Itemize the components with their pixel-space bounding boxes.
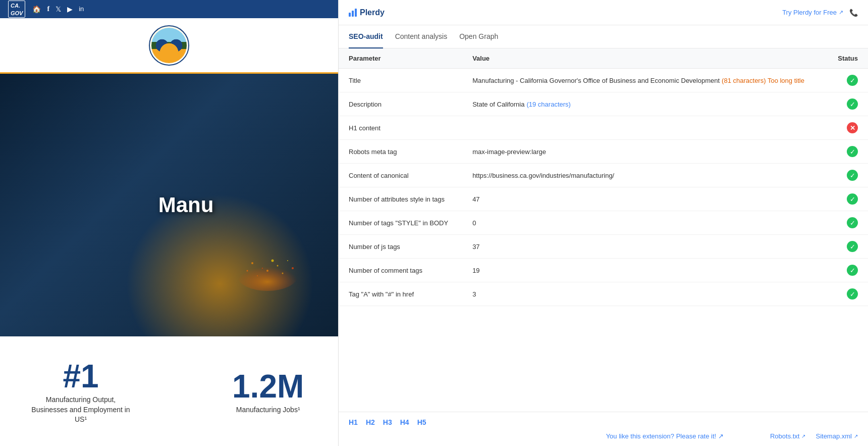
table-row: Robots meta tagmax-image-preview:large✓ <box>339 140 868 164</box>
plerdy-footer: H1 H2 H3 H4 H5 You like this extension? … <box>339 412 868 446</box>
status-cell: ✓ <box>827 259 868 282</box>
status-cell: ✓ <box>827 92 868 116</box>
stat-2-number: 1.2M <box>232 368 304 405</box>
param-cell: Number of attributes style in tags <box>339 187 462 211</box>
value-cell: 47 <box>462 187 826 211</box>
youtube-icon[interactable]: ▶ <box>67 5 73 13</box>
param-cell: Description <box>339 92 462 116</box>
table-row: Tag "A" with "#" in href3✓ <box>339 282 868 306</box>
status-ok-icon: ✓ <box>847 217 858 228</box>
robots-txt-link[interactable]: Robots.txt ↗ <box>770 432 806 440</box>
site-stats: #1 Manufacturing Output, Businesses and … <box>0 336 338 446</box>
svg-point-7 <box>287 260 288 261</box>
facebook-icon[interactable]: f <box>47 5 49 13</box>
value-cell: 0 <box>462 211 826 235</box>
try-free-link[interactable]: Try Plerdy for Free ↗ <box>782 9 843 16</box>
status-ok-icon: ✓ <box>847 288 858 300</box>
col-status: Status <box>827 48 868 69</box>
plerdy-logo-text: Plerdy <box>360 8 385 17</box>
param-cell: H1 content <box>339 116 462 140</box>
try-free-text: Try Plerdy for Free <box>782 9 837 16</box>
h2-tag-link[interactable]: H2 <box>366 418 375 426</box>
value-cell: 37 <box>462 235 826 259</box>
site-hero: Manu <box>0 74 338 336</box>
stat-2-label: Manufacturing Jobs¹ <box>232 405 304 415</box>
footer-links: You like this extension? Please rate it!… <box>349 432 858 440</box>
table-row: H1 content✕ <box>339 116 868 140</box>
website-background: CA. GOV 🏠 f 𝕏 ▶ in <box>0 0 338 446</box>
status-cell: ✓ <box>827 164 868 187</box>
value-cell: State of California(19 characters) <box>462 92 826 116</box>
ca-gov-logo: CA. GOV <box>8 1 25 18</box>
stat-1-label: Manufacturing Output, Businesses and Emp… <box>30 395 131 425</box>
status-ok-icon: ✓ <box>847 170 858 181</box>
table-row: TitleManufacturing - California Governor… <box>339 69 868 92</box>
h5-tag-link[interactable]: H5 <box>417 418 426 426</box>
plerdy-tabs: SEO-audit Content analysis Open Graph <box>339 25 868 48</box>
value-cell <box>462 116 826 140</box>
status-error-icon: ✕ <box>847 122 858 133</box>
param-cell: Tag "A" with "#" in href <box>339 282 462 306</box>
linkedin-icon[interactable]: in <box>79 5 84 13</box>
rate-external-icon[interactable]: ↗ <box>718 432 724 440</box>
status-ok-icon: ✓ <box>847 193 858 205</box>
table-row: Number of js tags37✓ <box>339 235 868 259</box>
seo-table-container: Parameter Value Status TitleManufacturin… <box>339 48 868 412</box>
sitemap-xml-link[interactable]: Sitemap.xml ↗ <box>816 432 858 440</box>
col-parameter: Parameter <box>339 48 462 69</box>
param-cell: Robots meta tag <box>339 140 462 164</box>
status-ok-icon: ✓ <box>847 241 858 252</box>
stat-2: 1.2M Manufacturing Jobs¹ <box>232 368 304 415</box>
twitter-icon[interactable]: 𝕏 <box>56 5 61 13</box>
plerdy-logo-icon <box>349 9 357 17</box>
plerdy-panel: Plerdy Try Plerdy for Free ↗ 📞 SEO-audit… <box>338 0 868 446</box>
footer-right-links: Robots.txt ↗ Sitemap.xml ↗ <box>770 432 858 440</box>
col-value: Value <box>462 48 826 69</box>
status-cell: ✓ <box>827 187 868 211</box>
h1-tag-link[interactable]: H1 <box>349 418 358 426</box>
value-cell: https://business.ca.gov/industries/manuf… <box>462 164 826 187</box>
status-cell: ✓ <box>827 235 868 259</box>
plerdy-logo: Plerdy <box>349 8 385 17</box>
param-cell: Number of tags "STYLE" in BODY <box>339 211 462 235</box>
stat-1-number: #1 <box>30 358 131 395</box>
value-cell: 3 <box>462 282 826 306</box>
plerdy-header-right: Try Plerdy for Free ↗ 📞 <box>782 9 858 17</box>
value-cell: 19 <box>462 259 826 282</box>
table-row: Content of canonicalhttps://business.ca.… <box>339 164 868 187</box>
svg-point-10 <box>237 261 298 291</box>
site-header <box>0 18 338 74</box>
tab-open-graph[interactable]: Open Graph <box>459 25 498 48</box>
status-ok-icon: ✓ <box>847 75 858 86</box>
table-header-row: Parameter Value Status <box>339 48 868 69</box>
site-topbar: CA. GOV 🏠 f 𝕏 ▶ in <box>0 0 338 18</box>
seo-table: Parameter Value Status TitleManufacturin… <box>339 48 868 306</box>
h4-tag-link[interactable]: H4 <box>400 418 409 426</box>
status-ok-icon: ✓ <box>847 98 858 110</box>
rate-extension-text: You like this extension? Please rate it!… <box>559 432 770 440</box>
status-cell: ✕ <box>827 116 868 140</box>
table-row: Number of tags "STYLE" in BODY0✓ <box>339 211 868 235</box>
table-row: Number of attributes style in tags47✓ <box>339 187 868 211</box>
sitemap-external-icon: ↗ <box>854 433 858 439</box>
tab-content-analysis[interactable]: Content analysis <box>395 25 448 48</box>
param-cell: Title <box>339 69 462 92</box>
external-link-icon: ↗ <box>839 9 843 16</box>
phone-icon[interactable]: 📞 <box>849 9 858 17</box>
value-cell: max-image-preview:large <box>462 140 826 164</box>
param-cell: Number of js tags <box>339 235 462 259</box>
tab-seo-audit[interactable]: SEO-audit <box>349 25 383 48</box>
status-cell: ✓ <box>827 69 868 92</box>
robots-external-icon: ↗ <box>801 433 805 439</box>
site-logo <box>149 25 189 66</box>
param-cell: Number of comment tags <box>339 259 462 282</box>
home-icon[interactable]: 🏠 <box>32 5 41 13</box>
param-cell: Content of canonical <box>339 164 462 187</box>
heading-tags: H1 H2 H3 H4 H5 <box>349 418 858 426</box>
status-cell: ✓ <box>827 211 868 235</box>
table-row: Number of comment tags19✓ <box>339 259 868 282</box>
hero-text: Manu <box>158 193 214 217</box>
h3-tag-link[interactable]: H3 <box>383 418 392 426</box>
status-ok-icon: ✓ <box>847 146 858 157</box>
stat-1: #1 Manufacturing Output, Businesses and … <box>30 358 131 425</box>
